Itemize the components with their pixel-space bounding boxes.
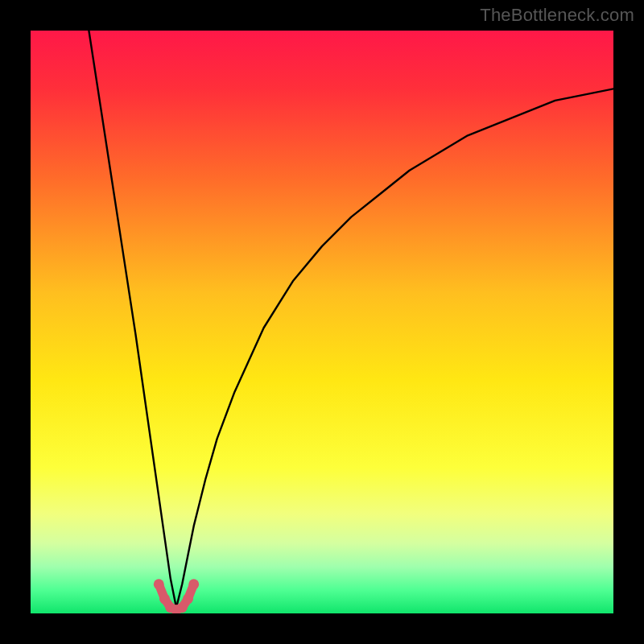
chart-svg	[31, 31, 613, 613]
chart-plot-area	[31, 31, 613, 613]
chart-frame: TheBottleneck.com	[0, 0, 644, 644]
watermark-text: TheBottleneck.com	[480, 5, 634, 26]
chart-background-gradient	[31, 31, 613, 613]
